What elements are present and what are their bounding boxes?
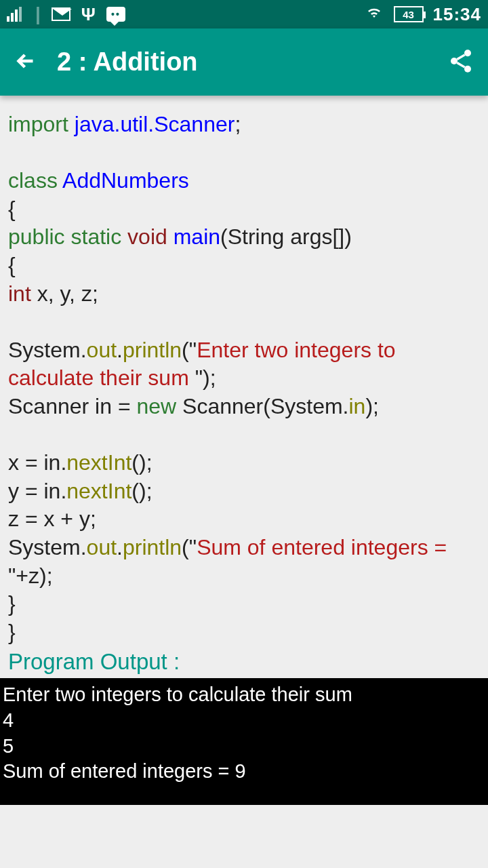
svg-point-1 — [451, 58, 458, 64]
code-line: class AddNumbers — [8, 167, 480, 195]
code-line: public static void main(String args[]) — [8, 223, 480, 252]
svg-point-0 — [464, 50, 471, 56]
code-line: import java.util.Scanner; — [8, 111, 480, 139]
code-line: { — [8, 195, 480, 224]
status-right: 43 15:34 — [364, 4, 482, 25]
code-line: y = in.nextInt(); — [8, 477, 480, 506]
status-bar: | Ψ 43 15:34 — [0, 0, 488, 28]
usb-icon: Ψ — [81, 4, 96, 25]
code-line: Scanner in = new Scanner(System.in); — [8, 393, 480, 421]
code-line: System.out.println("Enter two integers t… — [8, 336, 480, 393]
code-line: } — [8, 618, 480, 647]
output-title: Program Output : — [8, 648, 480, 677]
separator-icon: | — [35, 3, 41, 25]
app-bar: 2 : Addition — [0, 28, 488, 96]
code-line — [8, 308, 480, 336]
code-content: import java.util.Scanner; class AddNumbe… — [0, 96, 488, 813]
back-button[interactable] — [14, 49, 38, 76]
output-line: 4 — [3, 708, 485, 734]
clock: 15:34 — [433, 4, 482, 25]
code-line: } — [8, 590, 480, 618]
sms-icon — [106, 7, 125, 22]
code-line — [8, 139, 480, 167]
signal-icon — [7, 7, 22, 22]
mail-icon — [52, 7, 70, 21]
code-line: { — [8, 252, 480, 280]
output-line: Sum of entered integers = 9 — [3, 759, 485, 785]
code-line: z = x + y; — [8, 505, 480, 534]
svg-point-2 — [464, 65, 471, 72]
battery-level: 43 — [403, 9, 414, 20]
output-line: 5 — [3, 734, 485, 760]
output-line: Enter two integers to calculate their su… — [3, 682, 485, 708]
page-title: 2 : Addition — [57, 47, 198, 77]
wifi-icon — [364, 4, 384, 24]
status-left: | Ψ — [7, 3, 125, 25]
battery-icon: 43 — [394, 6, 424, 22]
share-button[interactable] — [447, 47, 474, 77]
output-console: Enter two integers to calculate their su… — [0, 678, 488, 805]
code-line — [8, 421, 480, 450]
code-line: System.out.println("Sum of entered integ… — [8, 534, 480, 590]
code-line: x = in.nextInt(); — [8, 449, 480, 477]
code-line: int x, y, z; — [8, 280, 480, 309]
